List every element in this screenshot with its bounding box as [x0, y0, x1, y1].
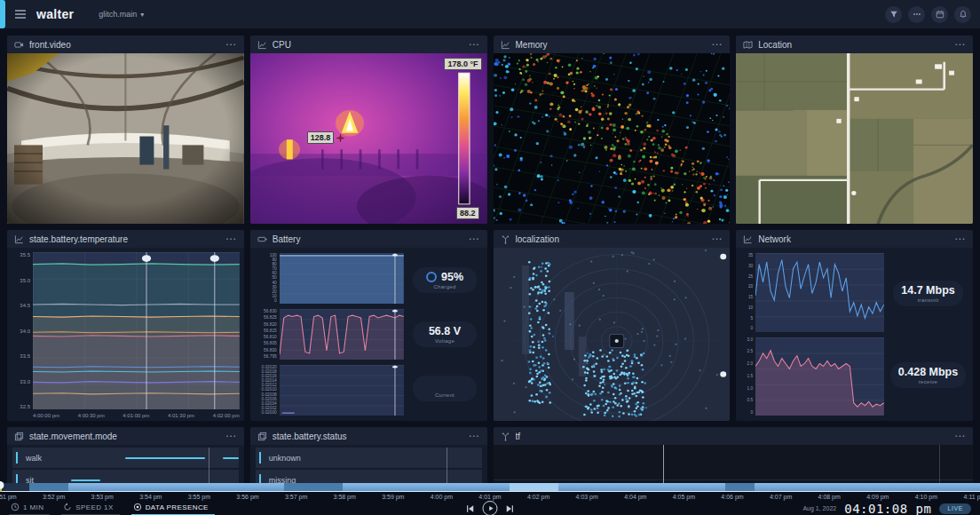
- y-axis-tick: 0.5: [747, 398, 754, 402]
- network-charts: 35302520151050 3.02.52.01.51.00.50 14.7 …: [736, 248, 973, 421]
- battery-charts: 1009080706050403020100 56.83056.82556.82…: [250, 248, 487, 421]
- calendar-button[interactable]: [931, 6, 948, 23]
- panel-menu-button[interactable]: ⋯: [954, 40, 966, 49]
- y-axis-tick: 0.02000: [261, 410, 276, 415]
- y-axis-tick: 15: [748, 295, 753, 299]
- panel-header: Location ⋯: [736, 36, 973, 53]
- device-title: walter: [36, 7, 74, 21]
- overflow-button[interactable]: [908, 6, 925, 23]
- y-axis-tick: 34.0: [20, 329, 30, 334]
- current-badge: Current: [413, 376, 477, 401]
- state-row-walk[interactable]: walk: [12, 448, 239, 468]
- playback-speed-button[interactable]: SPEED 1X: [61, 501, 119, 515]
- receive-plot[interactable]: [755, 337, 884, 416]
- voltage-plot[interactable]: [280, 309, 404, 360]
- ellipsis-icon: [913, 10, 921, 19]
- current-plot[interactable]: [280, 365, 404, 416]
- y-axis-tick: 0: [751, 326, 754, 330]
- panel-menu-button[interactable]: ⋯: [954, 234, 966, 243]
- current-label: Current: [435, 392, 454, 398]
- clock-icon: [11, 503, 20, 511]
- temperature-chart: 35.535.034.534.033.533.032.5 4:00:00 pm4…: [7, 248, 244, 421]
- panel-header: state.battery.temperature ⋯: [7, 230, 244, 248]
- skip-back-button[interactable]: [466, 504, 475, 513]
- skip-forward-button[interactable]: [506, 504, 515, 513]
- data-presence-icon: [133, 503, 142, 511]
- y-axis-tick: 56.805: [264, 341, 277, 345]
- charge-label: Charged: [433, 284, 455, 289]
- map-view[interactable]: [736, 53, 973, 224]
- panel-memory: Memory ⋯: [494, 36, 731, 224]
- filter-icon: [889, 10, 898, 19]
- panel-menu-button[interactable]: ⋯: [711, 234, 723, 243]
- timeline-tick: 4:09 pm: [866, 494, 889, 500]
- charge-plot[interactable]: [280, 253, 404, 304]
- play-button[interactable]: [483, 501, 498, 515]
- panel-title: Network: [758, 234, 949, 244]
- top-bar: walter glitch.main ▾: [0, 0, 980, 28]
- chart-layout: 35.535.034.534.033.533.032.5 4:00:00 pm4…: [12, 252, 240, 421]
- chart-layout: 35302520151050 3.02.52.01.51.00.50 14.7 …: [736, 248, 973, 421]
- state-segment: [71, 479, 100, 482]
- panel-header: CPU ⋯: [250, 36, 487, 53]
- timeline-tick: 4:10 pm: [915, 494, 937, 500]
- playhead-line[interactable]: [447, 448, 447, 483]
- y-axis-tick: 5: [751, 316, 754, 321]
- timeline-tick: 4:00 pm: [431, 494, 453, 500]
- panel-menu-button[interactable]: ⋯: [225, 234, 237, 243]
- localization-view[interactable]: [494, 248, 731, 421]
- speed-icon: [63, 503, 72, 511]
- row-indicator: [16, 452, 18, 464]
- pointcloud-view[interactable]: [494, 53, 731, 224]
- y-axis-tick: 3.0: [747, 337, 754, 342]
- charge-badge: 95% Charged: [413, 267, 477, 293]
- y-axis-tick: 56.815: [264, 329, 277, 333]
- y-axis-tick: 33.5: [20, 353, 30, 359]
- timeline-tick-labels: 3:51 pm3:52 pm3:53 pm3:54 pm3:55 pm3:56 …: [5, 492, 975, 501]
- panel-menu-button[interactable]: ⋯: [225, 432, 237, 440]
- panel-movement-mode: state.movement.mode ⋯ walksitstairs: [7, 427, 244, 483]
- chevron-down-icon: ▾: [140, 11, 144, 19]
- panel-title: CPU: [273, 40, 463, 50]
- panel-battery: Battery ⋯ 1009080706050403020100 56.8305…: [250, 230, 487, 421]
- panel-menu-button[interactable]: ⋯: [954, 432, 966, 440]
- state-row-label: sit: [26, 476, 34, 484]
- playhead-line[interactable]: [209, 448, 209, 483]
- panel-menu-button[interactable]: ⋯: [711, 40, 723, 49]
- live-badge[interactable]: LIVE: [939, 503, 971, 514]
- y-axis-tick: 2.5: [747, 349, 754, 353]
- thermal-max-label: 178.0 °F: [444, 58, 481, 70]
- timeline-scrubber[interactable]: [0, 483, 980, 492]
- tf-timeline[interactable]: [494, 445, 974, 483]
- transmit-plot[interactable]: [755, 253, 884, 332]
- timeline-tick: 4:04 pm: [624, 494, 646, 500]
- state-row-unknown[interactable]: unknown: [256, 448, 482, 468]
- state-row-missing[interactable]: missing: [256, 470, 482, 483]
- temperature-plot[interactable]: [33, 252, 240, 409]
- y-axis-tick: 10: [748, 305, 753, 310]
- secondary-cursor-line: [939, 445, 940, 483]
- row-indicator: [16, 474, 18, 483]
- y-axis-tick: 33.0: [20, 379, 30, 384]
- filter-button[interactable]: [885, 6, 902, 23]
- y-axis: 35302520151050: [741, 253, 755, 332]
- panel-menu-button[interactable]: ⋯: [225, 40, 237, 49]
- notifications-button[interactable]: [954, 6, 971, 23]
- menu-icon[interactable]: [13, 7, 28, 21]
- row-indicator: [259, 452, 261, 464]
- panel-header: state.battery.status ⋯: [250, 427, 487, 445]
- state-row-label: walk: [26, 454, 42, 463]
- panel-menu-button[interactable]: ⋯: [469, 234, 480, 243]
- y-axis: 1009080706050403020100: [256, 253, 280, 304]
- panel-menu-button[interactable]: ⋯: [469, 40, 480, 49]
- view-selector[interactable]: glitch.main ▾: [99, 10, 144, 19]
- panel-menu-button[interactable]: ⋯: [469, 432, 480, 440]
- playhead-line[interactable]: [663, 445, 664, 483]
- window-length-button[interactable]: 1 MIN: [9, 501, 50, 515]
- panel-network: Network ⋯ 35302520151050 3.02.52.01.51.0…: [736, 230, 973, 421]
- panel-title: localization: [516, 234, 707, 244]
- receive-chart: 3.02.52.01.51.00.50: [741, 337, 884, 416]
- data-presence-button[interactable]: DATA PRESENCE: [131, 501, 215, 515]
- y-axis-tick: 56.810: [264, 335, 277, 339]
- state-row-sit[interactable]: sit: [12, 470, 239, 483]
